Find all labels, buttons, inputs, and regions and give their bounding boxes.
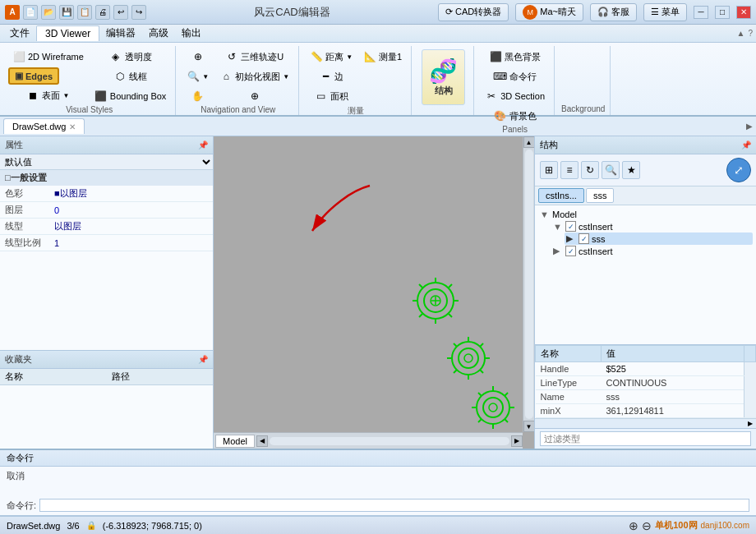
new-button[interactable]: 📄 [23, 5, 38, 20]
tree-check-sss[interactable]: ✓ [579, 233, 589, 244]
3d-orbit-button[interactable]: ↺ 三维轨迹U [215, 48, 293, 66]
support-button[interactable]: 🎧 客服 [590, 3, 637, 21]
menu-output[interactable]: 输出 [175, 25, 208, 42]
h-scroll-left[interactable]: ◀ [256, 435, 268, 447]
tree-expand-sss[interactable]: ▶ [566, 233, 576, 244]
panels-col1: ⬛ 黑色背景 ⌨ 命令行 ✂ 3D Section 🎨 背景色 [481, 48, 549, 125]
horizontal-scrollbar[interactable]: Model ◀ ▶ [214, 432, 523, 449]
structure-button[interactable]: 🧬 结构 [422, 49, 465, 105]
status-zoomout[interactable]: ⊖ [642, 519, 652, 532]
saveas-button[interactable]: 📋 [77, 5, 92, 20]
area-button[interactable]: ▭ 面积 [306, 87, 357, 105]
measure1-icon: 📐 [363, 50, 376, 63]
3dsection-button[interactable]: ✂ 3D Section [481, 87, 549, 105]
wireframe-button[interactable]: ⬡ 线框 [90, 67, 171, 85]
menu-3dviewer[interactable]: 3D Viewer [36, 25, 99, 41]
help-button[interactable]: ? [748, 29, 753, 38]
nav-extra-button[interactable]: ⊕ [215, 87, 293, 105]
tree-expand-model[interactable]: ▼ [540, 209, 550, 219]
distance-button[interactable]: 📏 距离 ▼ [306, 48, 357, 66]
struct-icon-refresh[interactable]: ↻ [581, 161, 599, 179]
menu-advanced[interactable]: 高级 [142, 25, 175, 42]
transparency-button[interactable]: ◈ 透明度 [90, 48, 171, 66]
user-button[interactable]: M Ma~晴天 [515, 3, 583, 21]
vs-col2: ◈ 透明度 ⬡ 线框 ⬛ Bounding Box [90, 48, 171, 105]
initview-dropdown: ▼ [283, 73, 289, 81]
surface-button[interactable]: ◼ 表面 ▼ [8, 86, 88, 104]
2d-wireframe-button[interactable]: ⬜ 2D Wireframe [8, 48, 88, 66]
undo-button[interactable]: ↩ [113, 5, 128, 20]
right-props-hscroll[interactable]: ▶ [535, 418, 756, 428]
cad-converter-button[interactable]: ⟳ CAD转换器 [438, 3, 509, 21]
tree-item-cstinsert2[interactable]: ▶ ✓ cstInsert [551, 245, 753, 257]
measure1-button[interactable]: 📐 测量1 [359, 48, 406, 66]
nav-select-button[interactable]: ⊕ [182, 48, 213, 66]
init-view-button[interactable]: ⌂ 初始化视图 ▼ [215, 67, 293, 85]
prop-val-layer: 0 [49, 202, 213, 219]
favorites-pin[interactable]: 📌 [198, 355, 208, 364]
black-bg-button[interactable]: ⬛ 黑色背景 [481, 48, 549, 66]
edge-button[interactable]: ━ 边 [306, 67, 357, 85]
status-zoomin[interactable]: ⊕ [629, 519, 638, 532]
tabbar: DrawSet.dwg ✕ ▶ [0, 117, 756, 136]
rprop-scrollbar[interactable] [744, 362, 756, 418]
print-button[interactable]: 🖨 [95, 5, 110, 20]
canvas-area[interactable]: ▲ ▼ [214, 136, 534, 449]
scroll-track-v[interactable] [525, 150, 533, 419]
tree-item-sss[interactable]: ▶ ✓ sss [565, 232, 753, 245]
struct-icon-list[interactable]: ≡ [560, 161, 579, 179]
favorites-title: 收藏夹 [5, 353, 32, 366]
scroll-down-button[interactable]: ▼ [523, 421, 535, 432]
ribbon-toggle[interactable]: ▲ [737, 29, 745, 38]
menu-button[interactable]: ☰ 菜单 [643, 3, 687, 21]
right-properties-panel: 名称 值 Handle $525 LineType CONTINUOUS [535, 344, 756, 428]
background-label: Background [561, 104, 605, 115]
struct-expand-button[interactable]: ⤢ [726, 158, 751, 182]
close-button[interactable]: ✕ [736, 6, 751, 19]
struct-icon-grid[interactable]: ⊞ [540, 161, 558, 179]
rprop-scroll-right[interactable]: ▶ [744, 419, 756, 428]
panels-buttons: ⬛ 黑色背景 ⌨ 命令行 ✂ 3D Section 🎨 背景色 [481, 48, 549, 125]
tree-check-cstinsert2[interactable]: ✓ [565, 246, 576, 256]
tree-expand-cstinsert1[interactable]: ▼ [553, 222, 563, 232]
bounding-box-button[interactable]: ⬛ Bounding Box [90, 87, 171, 105]
file-tab[interactable]: DrawSet.dwg ✕ [3, 118, 85, 134]
scroll-up-button[interactable]: ▲ [523, 136, 535, 148]
nav-pan-button[interactable]: ✋ [182, 87, 213, 105]
structure-pin[interactable]: 📌 [741, 140, 751, 150]
struct-tab-sss[interactable]: sss [586, 188, 615, 203]
menu-file[interactable]: 文件 [3, 25, 36, 42]
tree-expand-cstinsert2[interactable]: ▶ [553, 246, 563, 256]
properties-select[interactable]: 默认值 [0, 154, 213, 170]
model-tab[interactable]: Model [215, 435, 255, 448]
bg-color-button[interactable]: 🎨 背景色 [481, 107, 549, 125]
struct-tab-cstins[interactable]: cstIns... [538, 188, 584, 203]
maximize-button[interactable]: □ [715, 6, 730, 19]
properties-pin[interactable]: 📌 [198, 140, 208, 150]
edges-button[interactable]: ▣ Edges [8, 67, 59, 85]
prop-name-linetype: 线型 [0, 219, 49, 235]
tab-scroll-right[interactable]: ▶ [746, 122, 753, 131]
save-button[interactable]: 💾 [59, 5, 74, 20]
filter-input[interactable] [540, 431, 751, 446]
open-button[interactable]: 📂 [41, 5, 56, 20]
struct-icon-star[interactable]: ★ [622, 161, 640, 179]
distance-icon: 📏 [310, 50, 323, 63]
cmdline-panel-button[interactable]: ⌨ 命令行 [481, 67, 549, 85]
tree-check-cstinsert1[interactable]: ✓ [565, 221, 576, 232]
3dsection-icon: ✂ [485, 90, 498, 103]
tree-item-model[interactable]: ▼ Model [538, 209, 753, 220]
vertical-scrollbar[interactable]: ▲ ▼ [523, 136, 534, 432]
minimize-button[interactable]: ─ [694, 6, 708, 19]
tree-item-cstinsert1[interactable]: ▼ ✓ cstInsert [551, 220, 753, 232]
status-right: ⊕ ⊖ 单机100网 danji100.com [629, 519, 749, 532]
menu-editor[interactable]: 编辑器 [99, 25, 142, 42]
nav-zoom-button[interactable]: 🔍 ▼ [182, 67, 213, 85]
redo-button[interactable]: ↪ [131, 5, 146, 20]
h-scroll-track[interactable] [270, 437, 509, 445]
cmd-input[interactable] [39, 499, 749, 512]
struct-icon-search[interactable]: 🔍 [602, 161, 620, 179]
file-tab-name: DrawSet.dwg [12, 122, 66, 131]
h-scroll-right[interactable]: ▶ [511, 435, 523, 447]
tab-close-button[interactable]: ✕ [69, 122, 76, 131]
